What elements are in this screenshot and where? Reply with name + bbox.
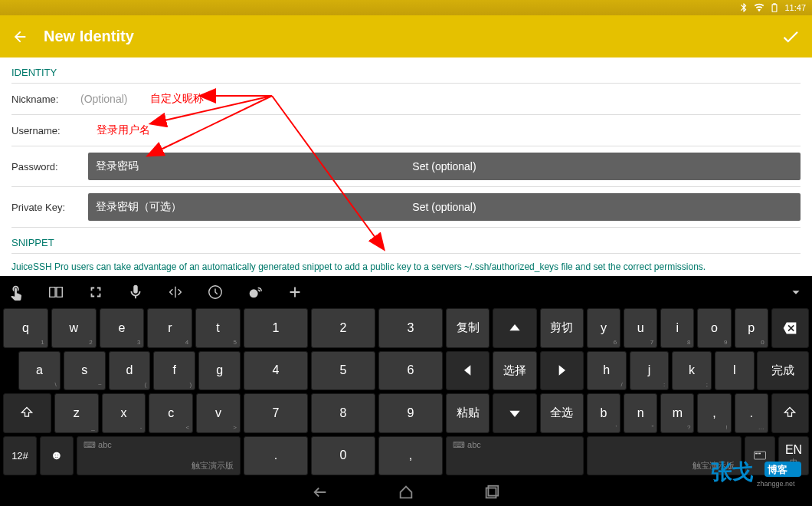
key-4[interactable]: 4 [244,351,308,391]
key-n[interactable]: n" [624,393,657,433]
cut-key[interactable]: 剪切 [540,308,584,348]
private-key-row: Private Key: 登录密钥（可选） Set (optional) [11,187,801,228]
status-bar: 11:47 [0,0,812,15]
username-annotation: 登录用户名 [97,123,150,137]
watermark-logo: 张戈 博客 zhangge.net [703,452,810,491]
key-c[interactable]: c< [149,393,193,433]
key-0[interactable]: 0 [311,436,375,476]
paste-key[interactable]: 粘贴 [446,393,489,433]
key-6[interactable]: 6 [378,351,443,391]
key-3[interactable]: 3 [378,308,443,348]
plus-icon[interactable] [286,284,303,301]
mode-key[interactable]: 12# [3,436,37,476]
keyboard-numpad: 123 456 789 .0, [244,308,443,475]
key-k[interactable]: k; [672,351,712,391]
copy-key[interactable]: 复制 [446,308,489,348]
private-key-label: Private Key: [11,202,80,213]
svg-text:zhangge.net: zhangge.net [757,480,795,488]
key-y[interactable]: y6 [587,308,620,348]
key-.[interactable]: .… [735,393,768,433]
right-key[interactable] [540,351,584,391]
key-1[interactable]: 1 [244,308,308,348]
kb-right-row2-c: h/j:k;l 完成 [587,351,809,391]
key-i[interactable]: i8 [660,308,694,348]
key-o[interactable]: o9 [697,308,731,348]
svg-text:张戈: 张戈 [711,460,754,484]
key-7[interactable]: 7 [244,393,308,433]
key-l[interactable]: l [715,351,755,391]
keyboard-edit-section: 复制 剪切 选择 粘贴 全选 ⌨ abc [446,308,584,475]
key-v[interactable]: v> [196,393,241,433]
key-q[interactable]: q1 [3,308,48,348]
key-5[interactable]: 5 [311,351,375,391]
private-key-button[interactable]: 登录密钥（可选） Set (optional) [88,193,801,221]
page-title: New Identity [44,28,781,45]
key-t[interactable]: t5 [195,308,241,348]
nickname-label: Nickname: [11,94,80,105]
back-icon[interactable] [11,28,28,45]
kb-left-row1: q1w2e3r4t5 [3,308,241,348]
android-navbar [0,478,812,506]
nav-back-icon[interactable] [312,484,329,501]
selectall-key[interactable]: 全选 [540,393,584,433]
key-a[interactable]: a\ [18,351,61,391]
done-key[interactable]: 完成 [757,351,809,391]
key-g[interactable]: g [198,351,241,391]
key-b[interactable]: b' [587,393,620,433]
kb-np-row1: 123 [244,308,443,348]
weibo-icon[interactable] [247,284,264,301]
key-u[interactable]: u7 [624,308,657,348]
shift-key-right[interactable] [771,393,809,433]
down-key[interactable] [493,393,536,433]
chevron-down-icon[interactable] [787,284,804,301]
snippet-section-header: SNIPPET [11,228,801,254]
shift-key[interactable] [3,393,51,433]
key-s[interactable]: s~ [64,351,106,391]
key-8[interactable]: 8 [311,393,375,433]
key-,[interactable]: ,! [697,393,731,433]
key-j[interactable]: j: [630,351,670,391]
nav-recent-icon[interactable] [483,484,500,501]
private-key-annotation: 登录密钥（可选） [96,200,182,214]
key-x[interactable]: x- [102,393,146,433]
fullscreen-icon[interactable] [87,284,104,301]
backspace-key[interactable] [771,308,809,348]
mic-icon[interactable] [127,284,144,301]
nav-home-icon[interactable] [398,484,414,501]
key-f[interactable]: f) [153,351,195,391]
wifi-icon [754,2,765,13]
kb-np-row4: .0, [244,436,443,476]
select-key[interactable]: 选择 [493,351,536,391]
key-,[interactable]: , [378,436,443,476]
keyboard-left-section: q1w2e3r4t5 a\s~d(f)g z_x-c<v> 12# ☻ ⌨ ab… [3,308,241,475]
key-2[interactable]: 2 [311,308,375,348]
space-key-left[interactable]: ⌨ abc 触宝演示版 [77,436,241,476]
split-icon[interactable] [47,284,64,301]
key-.[interactable]: . [244,436,308,476]
up-key[interactable] [493,308,536,348]
key-z[interactable]: z_ [54,393,99,433]
key-9[interactable]: 9 [378,393,443,433]
app-bar: New Identity [0,15,812,58]
username-input[interactable] [80,121,801,140]
left-key[interactable] [446,351,489,391]
kb-right-row2: h/j:k;l [587,351,754,391]
key-r[interactable]: r4 [147,308,192,348]
key-h[interactable]: h/ [587,351,627,391]
keyboard-toolbar [0,276,812,308]
confirm-icon[interactable] [781,27,801,47]
cursor-icon[interactable] [167,284,184,301]
key-w[interactable]: w2 [51,308,97,348]
space-key-mid[interactable]: ⌨ abc [446,436,584,476]
touch-icon[interactable] [8,284,25,301]
kb-np-row2: 456 [244,351,443,391]
key-p[interactable]: p0 [735,308,768,348]
kb-right-row1: y6u7i8o9p0 [587,308,768,348]
kb-right-row3: b'n"m?,!.… [587,393,768,433]
clock-icon[interactable] [207,284,224,301]
key-d[interactable]: d( [109,351,151,391]
emoji-key[interactable]: ☻ [40,436,74,476]
key-m[interactable]: m? [660,393,694,433]
key-e[interactable]: e3 [100,308,145,348]
password-button[interactable]: 登录密码 Set (optional) [88,153,801,180]
